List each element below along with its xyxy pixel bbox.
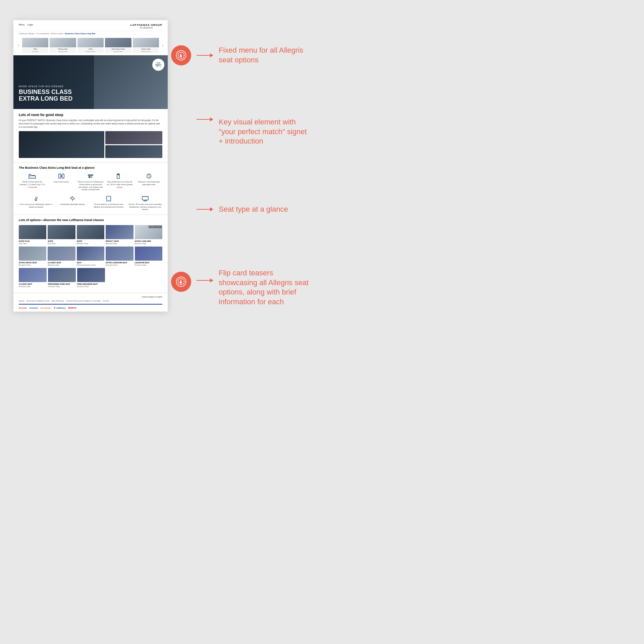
monitor-icon xyxy=(141,195,150,202)
intro-title: Lots of room for good sleep xyxy=(19,113,162,117)
glance-section: The Business Class Extra Long Bed Seat a… xyxy=(13,162,168,214)
glance-item-tablet: 10-inch tablet for controlling all seat,… xyxy=(92,195,126,211)
svg-point-32 xyxy=(178,52,184,58)
option-privacy-seat[interactable]: PRIVACY SEAT Business Class xyxy=(106,225,133,245)
svg-rect-6 xyxy=(88,175,93,176)
shell-icon xyxy=(115,173,124,179)
option-free-neighbor[interactable]: FREE NEIGHBOR SEAT Economy Class xyxy=(77,268,105,287)
logo-line2: for Business xyxy=(130,26,162,29)
browser-window: Menu Login LUFTHANSA GROUP for Business … xyxy=(13,20,168,312)
svg-point-33 xyxy=(176,277,186,287)
annotation-4-icon xyxy=(171,272,191,292)
breadcrumb: Lufthansa Allegris › for companies › Per… xyxy=(13,31,168,36)
glance-item-aisle: Direct aisle access xyxy=(48,173,75,191)
annotation-1-text: Fixed menu for all Allegris seat options xyxy=(219,46,313,65)
annotation-4-arrow-head xyxy=(210,278,213,282)
svg-rect-3 xyxy=(59,174,61,178)
tablet-icon xyxy=(104,195,113,202)
light-icon xyxy=(68,195,77,202)
logo-brussels: brussels xyxy=(30,307,38,309)
fixed-menu-strip: ‹ Suite First Class Privacy Seat Busines… xyxy=(13,36,168,55)
annotation-2-arrow-line xyxy=(197,119,210,120)
footer-locale: United Kingdom | English xyxy=(19,296,162,298)
temp-icon xyxy=(31,195,41,202)
menu-card-suite-biz[interactable]: Suite Business Class xyxy=(77,38,104,53)
hero-text: More space for big dreams BUSINESS CLASS… xyxy=(19,85,72,102)
option-classic-seat-biz[interactable]: CLASSIC SEAT Business Class xyxy=(48,247,75,266)
option-seat-premium[interactable]: SEAT Premium Economy Class xyxy=(77,247,104,266)
glance-item-temp: Every seat can be individually cooled or… xyxy=(19,195,53,211)
adjust-icon xyxy=(144,173,154,179)
nav-login[interactable]: Login xyxy=(28,23,33,26)
footer-airline-logos: Austrian brussels Eurowings ✈ Lufthansa … xyxy=(19,304,162,309)
photo-col xyxy=(105,131,162,158)
option-classic-seat-eco[interactable]: CLASSIC SEAT Economy Class xyxy=(19,268,47,287)
logo-swiss: ✚SWISS xyxy=(68,307,76,309)
logo-lufthansa: ✈ Lufthansa xyxy=(54,307,65,309)
svg-line-14 xyxy=(149,176,150,177)
menu-card-extra-space[interactable]: Extra Space Seat Business Class xyxy=(105,38,131,53)
photo-bottom xyxy=(105,145,162,158)
option-extra-space[interactable]: EXTRA SPACE SEAT Business Class xyxy=(19,247,46,266)
option-legroom[interactable]: LEGROOM SEAT Economy Class xyxy=(135,247,162,266)
option-suite-plus[interactable]: SUITE PLUS First Class xyxy=(19,225,46,245)
annotation-2: Key visual element with "your perfect ma… xyxy=(171,117,313,146)
option-preferred-zone[interactable]: PREFERRED ZONE SEAT Economy Class xyxy=(48,268,76,287)
intro-text: It's your PERFECT MATCH: Business Class … xyxy=(19,119,162,128)
logo-austrian: Austrian xyxy=(19,307,27,309)
option-extra-long-bed[interactable]: EXTRA LONG BED EXTRA LONG BED Business C… xyxy=(135,225,162,245)
menu-card-img xyxy=(133,38,159,47)
hero-section: More space for big dreams BUSINESS CLASS… xyxy=(13,55,168,109)
glance-item-light: Individually adjustable lighting xyxy=(55,195,90,211)
menu-card-classic-seat[interactable]: Classic Seat Business Class xyxy=(133,38,159,53)
glance-item-adjust: Ergonomic and individually adjustable se… xyxy=(135,173,162,191)
annotation-2-text: Key visual element with "your perfect ma… xyxy=(219,117,313,146)
photo-top xyxy=(105,131,162,144)
photo-main xyxy=(19,131,104,158)
options-grid-row3: CLASSIC SEAT Economy Class PREFERRED ZON… xyxy=(19,268,105,287)
glance-item-bed: Plenty of extra space for sleeping - 2.2… xyxy=(19,173,46,191)
footer-terms[interactable]: Terms and conditions of use xyxy=(26,300,49,302)
svg-point-12 xyxy=(118,174,118,175)
svg-rect-27 xyxy=(142,197,148,200)
bed-icon xyxy=(28,173,37,179)
svg-rect-9 xyxy=(89,176,91,178)
menu-card-img xyxy=(22,38,48,47)
site-footer: United Kingdom | English Imprint Terms a… xyxy=(13,293,168,312)
annotation-4-arrow-line xyxy=(197,280,210,281)
glance-item-shell: Seat shells that are at least 56 cm / 3f… xyxy=(106,173,133,191)
photo-collage xyxy=(19,131,162,158)
intro-section: Lots of room for good sleep It's your PE… xyxy=(13,109,168,162)
svg-point-18 xyxy=(71,197,73,200)
footer-imprint[interactable]: Imprint xyxy=(19,300,24,302)
options-grid-row2: EXTRA SPACE SEAT Business Class CLASSIC … xyxy=(19,247,162,266)
footer-data[interactable]: Data Protection xyxy=(51,300,64,302)
svg-rect-0 xyxy=(29,176,36,178)
footer-links: Imprint Terms and conditions of use Data… xyxy=(19,300,162,302)
menu-card-img xyxy=(50,38,76,47)
footer-contact[interactable]: Contact xyxy=(103,300,109,302)
annotation-1-arrow-line xyxy=(197,55,210,56)
menu-card-img xyxy=(105,38,131,47)
menu-card-suite-plus[interactable]: Suite First Class xyxy=(22,38,48,53)
table-icon xyxy=(86,173,95,179)
annotation-3-arrow-head xyxy=(210,207,213,211)
annotation-1-icon xyxy=(171,45,191,65)
site-header: Menu Login LUFTHANSA GROUP for Business xyxy=(13,20,168,31)
option-extra-legroom[interactable]: EXTRA LEGROOM SEAT Economy Class xyxy=(106,247,133,266)
prev-arrow[interactable]: ‹ xyxy=(16,38,21,53)
nav-menu[interactable]: Menu xyxy=(19,23,25,26)
annotation-1: Fixed menu for all Allegris seat options xyxy=(171,45,313,65)
annotation-3-arrow-line xyxy=(197,209,210,210)
footer-general-terms[interactable]: General Terms and Conditions of Carriage xyxy=(66,300,101,302)
annotation-3: Seat type at a glance xyxy=(171,205,288,214)
svg-line-21 xyxy=(70,197,71,198)
glance-item-monitor: 18-inch, 4K monitor and noise-cancelling… xyxy=(128,195,163,211)
hero-badge: YOUR PERFECT MATCH xyxy=(152,59,164,71)
annotation-3-text: Seat type at a glance xyxy=(219,205,288,214)
option-suite-first[interactable]: SUITE First Class xyxy=(48,225,75,245)
option-suite-biz[interactable]: SUITE Business Class xyxy=(77,225,104,245)
menu-card-privacy-seat[interactable]: Privacy Seat Business Class xyxy=(50,38,76,53)
next-arrow[interactable]: › xyxy=(160,38,165,53)
options-section: Lots of options—discover the new Lufthan… xyxy=(13,215,168,293)
